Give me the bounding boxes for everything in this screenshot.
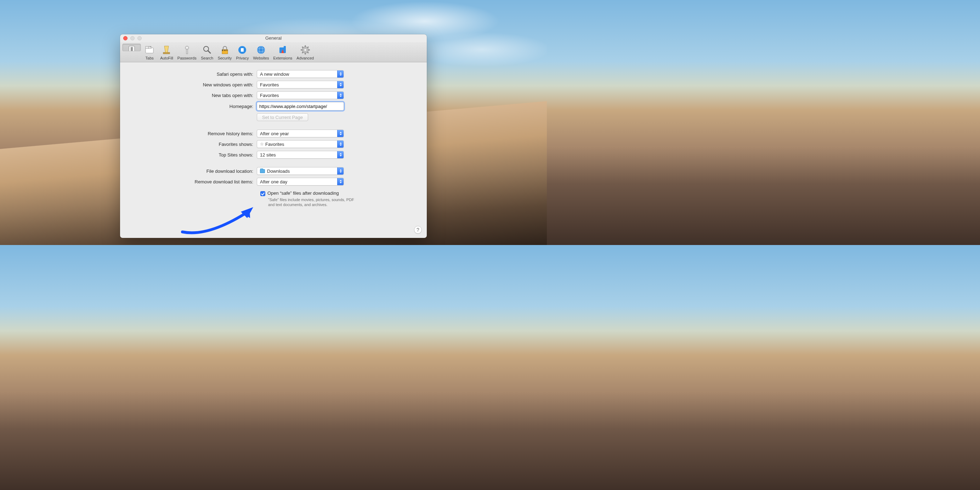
favorites-shows-select[interactable]: ☆Favorites (257, 140, 344, 148)
chevron-updown-icon (337, 92, 344, 99)
tab-autofill[interactable]: AutoFill (158, 43, 175, 61)
remove-downloads-label: Remove download list items: (130, 179, 257, 185)
tab-label: Advanced (296, 56, 314, 60)
tab-label: Search (201, 56, 213, 60)
autofill-icon (161, 44, 172, 56)
new-windows-label: New windows open with: (130, 82, 257, 88)
tab-passwords[interactable]: Passwords (175, 43, 199, 61)
tab-label: Passwords (177, 56, 197, 60)
tab-label: Tabs (146, 56, 154, 60)
tab-label: Websites (253, 56, 269, 60)
general-icon (126, 45, 137, 51)
svg-line-12 (208, 51, 210, 53)
new-tabs-label: New tabs open with: (130, 93, 257, 98)
globe-icon (255, 44, 267, 56)
remove-downloads-select[interactable]: After one day (257, 178, 344, 186)
key-icon (181, 44, 192, 56)
privacy-icon (237, 44, 248, 56)
remove-history-select[interactable]: After one year (257, 130, 344, 137)
remove-history-label: Remove history items: (130, 131, 257, 136)
svg-line-33 (307, 52, 309, 53)
lock-icon (219, 44, 231, 56)
tabs-icon: + (144, 44, 155, 56)
folder-icon (260, 169, 265, 173)
svg-line-35 (307, 47, 309, 48)
opens-with-select[interactable]: A new window (257, 70, 344, 78)
svg-point-27 (304, 49, 306, 51)
topsites-shows-select[interactable]: 12 sites (257, 151, 344, 159)
svg-rect-10 (186, 49, 188, 54)
new-tabs-select[interactable]: Favorites (257, 91, 344, 99)
tab-websites[interactable]: Websites (251, 43, 271, 61)
chevron-updown-icon (337, 151, 344, 158)
download-location-select[interactable]: Downloads (257, 167, 344, 175)
window-traffic-lights (123, 36, 142, 40)
extensions-icon (277, 44, 288, 56)
chevron-updown-icon (337, 81, 344, 88)
favorites-shows-label: Favorites shows: (130, 142, 257, 147)
svg-line-32 (302, 47, 303, 48)
tab-security[interactable]: Security (216, 43, 234, 61)
tab-tabs[interactable]: + Tabs (141, 43, 158, 61)
close-button[interactable] (123, 36, 127, 40)
svg-rect-6 (163, 52, 170, 54)
tab-extensions[interactable]: Extensions (271, 43, 294, 61)
gear-icon (300, 44, 311, 56)
svg-point-20 (257, 46, 265, 54)
window-titlebar[interactable]: General (120, 34, 427, 42)
svg-rect-16 (224, 49, 226, 51)
homepage-label: Homepage: (130, 104, 257, 109)
tab-advanced[interactable]: Advanced (294, 43, 316, 61)
svg-rect-19 (241, 48, 244, 52)
tab-label: AutoFill (160, 56, 173, 60)
preferences-toolbar: General + Tabs AutoFill Passwords Search (120, 42, 427, 62)
svg-text:+: + (150, 46, 151, 48)
search-icon (202, 44, 213, 56)
download-location-label: File download location: (130, 169, 257, 174)
chevron-updown-icon (337, 130, 344, 137)
chevron-updown-icon (337, 70, 344, 78)
svg-marker-7 (164, 46, 169, 52)
open-safe-files-checkbox[interactable] (260, 191, 265, 196)
svg-rect-3 (146, 46, 148, 48)
tab-label: Security (218, 56, 232, 60)
minimize-button (130, 36, 135, 40)
help-button[interactable]: ? (414, 226, 422, 234)
chevron-updown-icon (337, 178, 344, 185)
chevron-updown-icon (337, 167, 344, 175)
topsites-shows-label: Top Sites shows: (130, 152, 257, 158)
svg-rect-24 (284, 46, 286, 48)
open-safe-files-label: Open “safe” files after downloading (267, 191, 339, 196)
new-windows-select[interactable]: Favorites (257, 81, 344, 89)
preferences-window: General General + Tabs AutoFill Password… (120, 34, 427, 238)
chevron-updown-icon (337, 140, 344, 148)
tab-general[interactable]: General (122, 43, 141, 51)
zoom-button (137, 36, 142, 40)
star-icon: ☆ (260, 142, 264, 146)
set-current-page-button[interactable]: Set to Current Page (257, 113, 308, 121)
safe-files-note: “Safe” files include movies, pictures, s… (268, 197, 359, 207)
svg-rect-15 (223, 49, 224, 51)
tab-search[interactable]: Search (199, 43, 216, 61)
preferences-content: Safari opens with: A new window New wind… (120, 62, 427, 211)
opens-with-label: Safari opens with: (130, 72, 257, 77)
svg-rect-1 (131, 47, 133, 51)
svg-point-9 (186, 47, 188, 48)
homepage-field[interactable]: https://www.apple.com/startpage/ (257, 102, 344, 110)
tab-privacy[interactable]: Privacy (234, 43, 251, 61)
window-title: General (265, 35, 282, 41)
svg-line-34 (302, 52, 303, 53)
svg-rect-17 (226, 49, 228, 51)
tab-label: Privacy (236, 56, 249, 60)
tab-label: Extensions (273, 56, 292, 60)
